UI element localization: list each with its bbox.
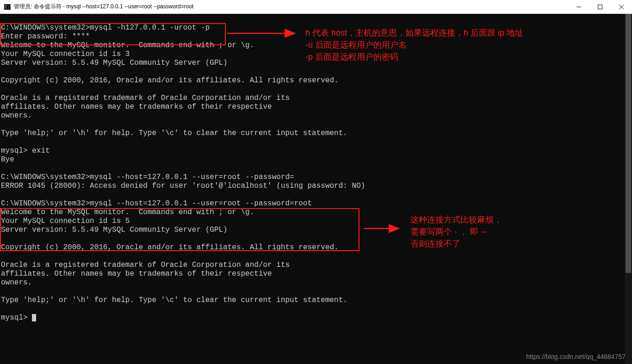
terminal-line: C:\WINDOWS\system32>mysql --host=127.0.0… [1, 199, 623, 208]
scrollbar-thumb[interactable] [626, 14, 631, 273]
terminal-line: mysql> exit [1, 147, 623, 155]
titlebar: C:\ 管理员: 命令提示符 - mysql --host=127.0.0.1 … [0, 0, 632, 14]
terminal-line: Bye [1, 155, 623, 164]
annotation-1-line3: -p 后面是远程用户的密码 [305, 51, 523, 63]
cursor [32, 314, 36, 321]
terminal-line: Type 'help;' or '\h' for help. Type '\c'… [1, 129, 623, 138]
window-controls [568, 0, 632, 13]
terminal-line [1, 85, 623, 94]
annotation-1-line2: -u 后面是远程用户的用户名 [305, 39, 523, 51]
annotation-2-line2: 需要写两个 - ， 即 -- [410, 226, 502, 238]
terminal-line: Oracle is a registered trademark of Orac… [1, 94, 623, 103]
terminal-line [1, 287, 623, 296]
terminal-line: Welcome to the MySQL monitor. Commands e… [1, 208, 623, 217]
terminal-line: Type 'help;' or '\h' for help. Type '\c'… [1, 296, 623, 305]
terminal-line: Copyright (c) 2000, 2016, Oracle and/or … [1, 243, 623, 252]
terminal-line [1, 252, 623, 261]
window-title: 管理员: 命令提示符 - mysql --host=127.0.0.1 --us… [14, 3, 568, 11]
terminal-line [1, 68, 623, 76]
minimize-button[interactable] [568, 0, 589, 14]
annotation-1-line1: h 代表 host，主机的意思，如果远程连接，h 后面跟 ip 地址 [305, 27, 523, 39]
terminal[interactable]: C:\WINDOWS\system32>mysql -h127.0.0.1 -u… [0, 14, 632, 364]
terminal-line: Oracle is a registered trademark of Orac… [1, 261, 623, 270]
terminal-line: affiliates. Other names may be trademark… [1, 103, 623, 111]
terminal-line [1, 191, 623, 199]
terminal-line: Your MySQL connection id is 5 [1, 217, 623, 226]
terminal-line [1, 234, 623, 243]
svg-rect-3 [598, 5, 602, 9]
annotation-2-line3: 否则连接不了 [410, 238, 502, 250]
maximize-button[interactable] [589, 0, 611, 14]
annotation-1: h 代表 host，主机的意思，如果远程连接，h 后面跟 ip 地址 -u 后面… [305, 27, 523, 63]
terminal-line: owners. [1, 278, 623, 287]
terminal-line [1, 305, 623, 314]
terminal-line [1, 15, 623, 24]
terminal-line [1, 138, 623, 147]
annotation-2-line1: 这种连接方式比较麻烦， [410, 214, 502, 226]
terminal-line: owners. [1, 111, 623, 120]
annotation-2: 这种连接方式比较麻烦， 需要写两个 - ， 即 -- 否则连接不了 [410, 214, 502, 250]
scrollbar[interactable] [625, 14, 632, 364]
watermark: https://blog.csdn.net/qq_44684757 [526, 352, 626, 361]
svg-text:C:\: C:\ [5, 5, 11, 9]
terminal-line: C:\WINDOWS\system32>mysql --host=127.0.0… [1, 173, 623, 182]
cmd-icon: C:\ [4, 3, 11, 11]
close-button[interactable] [611, 0, 632, 14]
terminal-line: mysql> [1, 314, 623, 322]
terminal-line: ERROR 1045 (28000): Access denied for us… [1, 182, 623, 191]
terminal-line: affiliates. Other names may be trademark… [1, 270, 623, 278]
terminal-line: Copyright (c) 2000, 2016, Oracle and/or … [1, 76, 623, 85]
terminal-line [1, 120, 623, 129]
terminal-line: Server version: 5.5.49 MySQL Community S… [1, 226, 623, 234]
terminal-line [1, 164, 623, 173]
